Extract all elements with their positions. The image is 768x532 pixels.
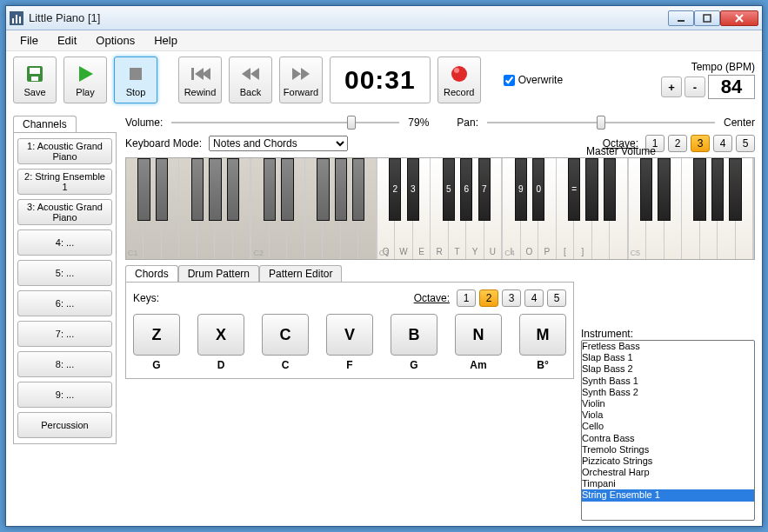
channel-button-2[interactable]: 2: String Ensemble 1 [17, 169, 112, 195]
channel-button-8[interactable]: 8: ... [17, 351, 112, 377]
menu-options[interactable]: Options [87, 32, 144, 49]
black-key[interactable] [335, 158, 347, 221]
octave-button-2[interactable]: 2 [479, 289, 498, 307]
minimize-button[interactable] [668, 10, 694, 26]
black-key[interactable]: 2 [389, 158, 401, 221]
content: Save Play Stop Rewind Back Forward 00:31… [6, 51, 762, 526]
tab-drum-pattern[interactable]: Drum Pattern [178, 265, 259, 282]
chord-key-C[interactable]: C [262, 314, 309, 356]
tempo-plus-button[interactable]: + [661, 76, 682, 97]
keyboard-mode-select[interactable]: Notes and Chords [209, 136, 348, 151]
black-key[interactable]: 9 [515, 158, 527, 221]
master-volume-label: Master Volume [586, 145, 755, 157]
channel-button-4[interactable]: 4: ... [17, 229, 112, 256]
save-icon [24, 63, 45, 84]
chord-note-C: C [282, 359, 290, 371]
menu-edit[interactable]: Edit [49, 32, 85, 49]
octave-button-4[interactable]: 4 [524, 289, 544, 307]
record-button[interactable]: Record [437, 57, 481, 103]
chord-group-V: VF [326, 314, 373, 371]
rewind-button[interactable]: Rewind [178, 57, 222, 103]
svg-point-16 [451, 66, 467, 82]
channel-button-6[interactable]: 6: ... [17, 290, 112, 316]
menu-file[interactable]: File [11, 32, 47, 49]
black-key[interactable] [137, 158, 150, 221]
instrument-list[interactable]: Fretless BassSlap Bass 1Slap Bass 2Synth… [581, 340, 755, 521]
chord-group-C: CC [262, 314, 309, 371]
channels-list: 1: Acoustic Grand Piano2: String Ensembl… [13, 132, 117, 444]
black-key[interactable] [693, 158, 705, 221]
piano-keyboard[interactable]: C1C2C3QWERTYU23567C4IOP[]90=C5 [125, 157, 755, 260]
black-key[interactable]: 0 [532, 158, 544, 221]
svg-marker-7 [79, 66, 93, 82]
black-key[interactable]: = [568, 158, 580, 221]
chord-key-Z[interactable]: Z [133, 314, 180, 356]
black-key[interactable] [264, 158, 276, 221]
play-icon [75, 63, 96, 84]
octave-button-5[interactable]: 5 [547, 289, 566, 307]
window-title: Little Piano [1] [29, 11, 668, 24]
channel-button-5[interactable]: 5: ... [17, 260, 112, 286]
channel-button-7[interactable]: 7: ... [17, 321, 112, 347]
black-key[interactable] [658, 158, 670, 221]
black-key[interactable] [585, 158, 598, 221]
pan-slider[interactable] [487, 116, 715, 130]
octave-c-label: C5 [631, 249, 641, 257]
black-key[interactable]: 3 [407, 158, 419, 221]
channel-button-1[interactable]: 1: Acoustic Grand Piano [17, 138, 112, 164]
svg-rect-1 [704, 15, 711, 22]
play-button[interactable]: Play [63, 57, 107, 103]
tab-chords[interactable]: Chords [125, 265, 178, 282]
tab-pattern-editor[interactable]: Pattern Editor [259, 265, 342, 282]
black-key[interactable] [281, 158, 293, 221]
chord-key-B[interactable]: B [391, 314, 437, 356]
menu-help[interactable]: Help [145, 32, 186, 49]
black-key[interactable] [640, 158, 652, 221]
stop-button[interactable]: Stop [114, 57, 157, 103]
record-icon [449, 63, 470, 84]
chord-key-V[interactable]: V [326, 314, 373, 356]
black-key[interactable]: 7 [478, 158, 491, 221]
save-button[interactable]: Save [13, 57, 57, 103]
rewind-icon [190, 63, 210, 84]
black-key[interactable] [191, 158, 204, 221]
black-key[interactable] [604, 158, 616, 221]
svg-rect-6 [31, 76, 38, 81]
close-button[interactable] [720, 10, 758, 26]
back-button[interactable]: Back [229, 57, 272, 103]
channel-button-3[interactable]: 3: Acoustic Grand Piano [17, 199, 112, 225]
channels-tab-label[interactable]: Channels [13, 116, 77, 132]
svg-rect-5 [30, 68, 40, 74]
black-key[interactable]: 5 [443, 158, 455, 221]
octave-button-1[interactable]: 1 [457, 289, 476, 307]
black-key[interactable] [352, 158, 364, 221]
forward-button[interactable]: Forward [279, 57, 323, 103]
black-key[interactable] [209, 158, 221, 221]
black-key[interactable] [227, 158, 239, 221]
chord-group-Z: ZG [133, 314, 180, 371]
chord-note-M: B° [537, 359, 548, 371]
channel-button-10[interactable]: Percussion [17, 412, 112, 438]
black-key[interactable] [711, 158, 724, 221]
tempo-minus-button[interactable]: - [685, 76, 705, 97]
svg-marker-13 [250, 68, 259, 80]
chord-group-N: NAm [455, 314, 502, 371]
black-key[interactable] [729, 158, 741, 221]
black-key[interactable] [156, 158, 168, 221]
chord-key-N[interactable]: N [455, 314, 502, 356]
octave-button-3[interactable]: 3 [502, 289, 521, 307]
chord-key-X[interactable]: X [197, 314, 244, 356]
octave-c-label: C1 [128, 249, 138, 257]
time-display: 00:31 [330, 57, 431, 103]
channel-button-9[interactable]: 9: ... [17, 382, 112, 408]
overwrite-checkbox[interactable]: Overwrite [504, 74, 563, 86]
chord-key-M[interactable]: M [519, 314, 566, 356]
forward-icon [291, 63, 311, 84]
black-key[interactable] [317, 158, 329, 221]
app-window: Little Piano [1] File Edit Options Help … [5, 5, 763, 527]
maximize-button[interactable] [694, 10, 720, 26]
black-key[interactable]: 6 [460, 158, 472, 221]
volume-slider[interactable] [171, 116, 399, 130]
overwrite-input[interactable] [504, 75, 515, 86]
chord-note-B: G [410, 359, 417, 371]
